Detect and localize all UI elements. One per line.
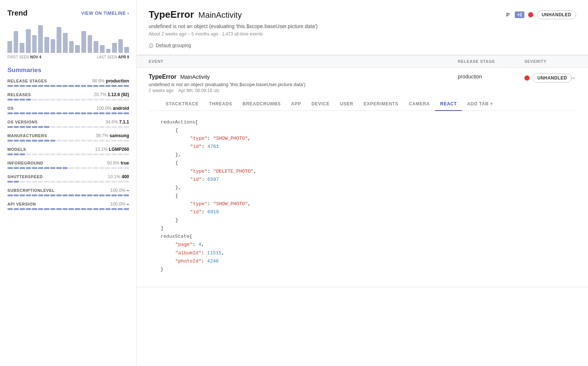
code-panel: reduxActions [{"type": "SHOW_PHOTO","id"… (149, 111, 576, 281)
summary-value: 100.0% – (110, 201, 129, 207)
summary-label: MANUFACTURERS (7, 133, 47, 138)
code-line: "photoId": 4240 (160, 257, 564, 265)
summary-item: MANUFACTURERS39.7% samsung (7, 133, 129, 142)
code-line: "type": "DELETE_PHOTO", (160, 167, 564, 176)
chart-bar (38, 25, 43, 53)
sidebar-header: Trend VIEW ON TIMELINE › (7, 9, 129, 17)
chart-bar (75, 45, 80, 53)
code-line: "id": 6597 (160, 176, 564, 184)
event-subtitle: undefined is not an object (evaluating '… (149, 82, 458, 87)
unhandled-badge: UNHANDLED (537, 10, 576, 19)
code-line: ] (160, 224, 564, 233)
tab-user[interactable]: USER (335, 98, 358, 111)
summary-label: SUBSCRIPTIONLEVEL (7, 188, 55, 193)
summary-item: MODELS13.1% LGMP260 (7, 147, 129, 155)
summary-label: RELEASE STAGES (7, 79, 47, 83)
chart-bar (20, 43, 24, 53)
error-subtitle: undefined is not an object (evaluating '… (149, 23, 576, 29)
summary-value: 10.1% 400 (108, 174, 129, 179)
summary-value: 20.7% 1.12.6 (92) (94, 92, 129, 97)
summary-item: OS VERSIONS34.6% 7.1.1 (7, 119, 129, 128)
chart-bar (124, 47, 129, 53)
summary-item: SHUTTERSPEED10.1% 400 (7, 174, 129, 183)
summary-value: 39.7% samsung (96, 133, 129, 138)
tab-react[interactable]: REACT (435, 98, 462, 111)
main-content: TypeError MainActivity P +2 UNHANDLED un… (137, 0, 588, 366)
summary-item: SUBSCRIPTIONLEVEL100.0% – (7, 188, 129, 196)
code-line: { (160, 126, 564, 135)
error-location: MainActivity (198, 10, 241, 20)
chart-bar (51, 39, 55, 53)
error-title-left: TypeError MainActivity (149, 9, 242, 20)
chart-bar (26, 29, 31, 53)
summary-item: RELEASES20.7% 1.12.6 (92) (7, 92, 129, 101)
summary-label: RELEASES (7, 92, 31, 97)
severity-dot (528, 12, 533, 17)
code-line: } (160, 265, 564, 274)
event-release-stage: production (458, 74, 524, 79)
tab-device[interactable]: DEVICE (306, 98, 335, 111)
chart-bar (118, 39, 123, 53)
event-card: TypeError MainActivity undefined is not … (137, 68, 588, 287)
summary-value: 100.0% – (110, 188, 129, 193)
col-event: EVENT (149, 59, 458, 64)
code-line: }, (160, 151, 564, 159)
priority-label: P (506, 12, 510, 18)
code-line: "page": 4, (160, 241, 564, 249)
summary-value: 100.0% android (97, 106, 129, 111)
summary-label: SHUTTERSPEED (7, 174, 43, 179)
chart-bar (81, 31, 86, 53)
summary-value: 13.1% LGMP260 (95, 147, 129, 152)
chart-bar (7, 41, 12, 53)
summary-label: OS VERSIONS (7, 120, 38, 124)
code-line: "id": 6018 (160, 208, 564, 216)
default-grouping[interactable]: ⊙ Default grouping (149, 42, 576, 49)
code-line: "type": "SHOW_PHOTO", (160, 135, 564, 143)
chart-bar (32, 35, 37, 53)
view-timeline-link[interactable]: VIEW ON TIMELINE › (81, 11, 129, 16)
col-severity: SEVERITY (524, 59, 576, 64)
code-line: }, (160, 184, 564, 192)
code-line: } (160, 216, 564, 224)
code-line: "id": 4761 (160, 143, 564, 151)
summary-label: API VERSION (7, 202, 36, 206)
tab-breadcrumbs[interactable]: BREADCRUMBS (237, 98, 286, 111)
error-type: TypeError (149, 9, 194, 20)
summary-value: 34.6% 7.1.1 (105, 119, 129, 125)
summary-label: OS (7, 106, 14, 111)
tab-app[interactable]: APP (286, 98, 306, 111)
error-meta: About 2 weeks ago – 5 months ago · 1,473… (149, 31, 576, 37)
tab-add-tab--[interactable]: ADD TAB + (462, 98, 498, 111)
col-release-stage: RELEASE STAGE (458, 59, 524, 64)
chart-bar (57, 27, 61, 53)
chart-bar (106, 49, 111, 53)
tab-experiments[interactable]: EXPERIMENTS (358, 98, 403, 111)
summary-item: OS100.0% android (7, 106, 129, 114)
summary-label: INFOREGROUND (7, 161, 43, 165)
summary-item: API VERSION100.0% – (7, 201, 129, 210)
code-line: "albumId": 11515, (160, 249, 564, 257)
code-line: "type": "SHOW_PHOTO", (160, 200, 564, 208)
tab-stacktrace[interactable]: STACKTRACE (160, 98, 204, 111)
event-type: TypeError (149, 74, 176, 80)
tab-camera[interactable]: CAMERA (403, 98, 435, 111)
tab-threads[interactable]: THREADS (204, 98, 237, 111)
event-card-header: TypeError MainActivity undefined is not … (149, 74, 576, 93)
event-arrow[interactable]: → (569, 74, 576, 82)
event-title-row: TypeError MainActivity (149, 74, 458, 80)
chart-bar (88, 35, 92, 53)
chart-bar (69, 41, 74, 53)
event-meta: 2 weeks ago Apr 9th, 08:09:18 utc (149, 88, 458, 93)
summary-item: INFOREGROUND50.6% true (7, 160, 129, 169)
event-severity: UNHANDLED (524, 74, 576, 82)
error-header-right: P +2 UNHANDLED (506, 10, 576, 19)
summary-item: RELEASE STAGES98.6% production (7, 78, 129, 87)
grouping-icon: ⊙ (149, 42, 153, 49)
chart-bars (7, 23, 129, 53)
tabs-row: STACKTRACETHREADSBREADCRUMBSAPPDEVICEUSE… (149, 98, 576, 111)
first-seen-label: FIRST SEEN NOV 4 (7, 55, 41, 59)
summary-label: MODELS (7, 147, 26, 152)
chart-bar (44, 37, 49, 53)
sidebar-title: Trend (7, 9, 27, 17)
sidebar: Trend VIEW ON TIMELINE › FIRST SEEN NOV … (0, 0, 137, 366)
